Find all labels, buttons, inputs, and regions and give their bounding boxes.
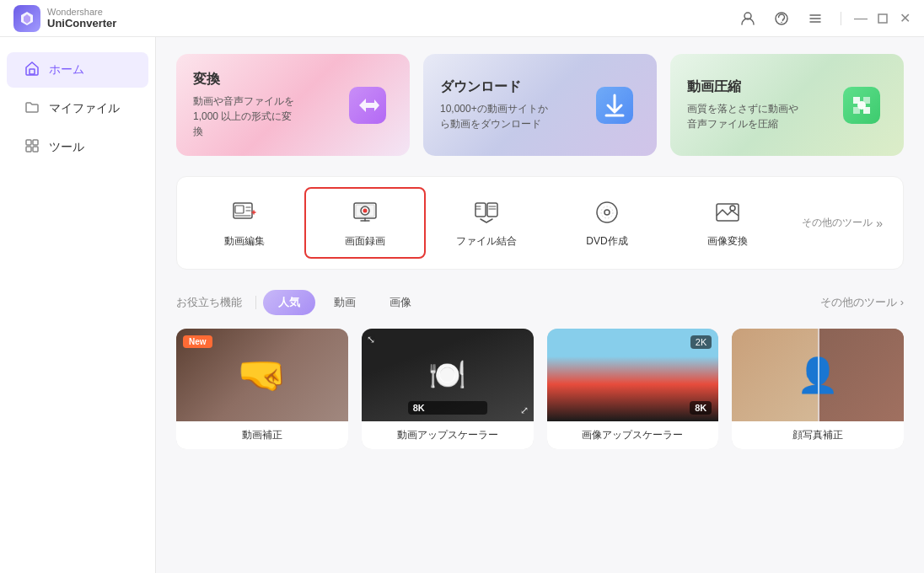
video-edit-icon (229, 197, 260, 228)
thumb-image-upscaler-title: 画像アップスケーラー (547, 421, 719, 449)
svg-rect-13 (33, 147, 38, 152)
main-content: 変換 動画や音声ファイルを1,000 以上の形式に変換 (156, 37, 924, 573)
convert-card[interactable]: 変換 動画や音声ファイルを1,000 以上の形式に変換 (176, 54, 410, 156)
svg-point-36 (597, 202, 617, 222)
thumb-face-enhance-img: 👤 (732, 329, 904, 421)
feature-thumbs: 🤜 New 動画補正 🍽️ ⤡ ⤢ 8K 動画アップスケーラー (176, 329, 904, 449)
tools-icon (24, 138, 40, 157)
expand-tl-icon: ⤡ (367, 334, 375, 345)
convert-card-desc: 動画や音声ファイルを1,000 以上の形式に変換 (193, 94, 294, 139)
convert-card-icon (342, 80, 393, 131)
tool-image-convert-label: 画像変換 (707, 234, 748, 249)
svg-rect-12 (26, 147, 31, 152)
thumb-video-upscaler-badge: 8K (408, 401, 487, 415)
thumb-image-upscaler-badge-8k: 8K (690, 401, 712, 415)
home-icon (24, 61, 40, 79)
tool-video-edit-label: 動画編集 (224, 234, 265, 249)
titlebar: Wondershare UniConverter — (0, 0, 924, 37)
tabs-prefix-label: お役立ち機能 (176, 295, 242, 310)
thumb-face-enhance-title: 顔写真補正 (732, 421, 904, 449)
download-card-icon (589, 80, 640, 131)
support-button[interactable] (770, 7, 793, 30)
tool-file-merge-label: ファイル結合 (456, 234, 517, 249)
svg-rect-20 (235, 206, 244, 213)
thumb-video-repair-title: 動画補正 (176, 421, 348, 449)
titlebar-controls: — ✕ (736, 7, 911, 30)
tool-dvd-create-label: DVD作成 (586, 234, 627, 249)
download-card-title: ダウンロード (440, 78, 548, 96)
more-tools-link[interactable]: その他のツール › (820, 295, 904, 310)
tool-video-edit[interactable]: 動画編集 (184, 187, 304, 259)
sidebar-item-myfiles[interactable]: マイファイル (7, 91, 148, 126)
tab-video[interactable]: 動画 (319, 290, 371, 315)
svg-point-40 (730, 206, 735, 211)
svg-rect-10 (26, 140, 31, 145)
tool-file-merge[interactable]: ファイル結合 (426, 187, 546, 259)
svg-rect-8 (878, 14, 887, 23)
svg-rect-11 (33, 140, 38, 145)
sidebar-item-home[interactable]: ホーム (7, 52, 148, 88)
app-logo: Wondershare UniConverter (13, 5, 116, 32)
maximize-button[interactable] (877, 13, 889, 24)
svg-point-37 (604, 210, 610, 215)
convert-card-text: 変換 動画や音声ファイルを1,000 以上の形式に変換 (193, 71, 294, 139)
expand-br-icon: ⤢ (520, 404, 529, 416)
convert-card-title: 変換 (193, 71, 294, 88)
main-layout: ホーム マイファイル ツール (0, 37, 924, 573)
svg-point-27 (363, 209, 368, 213)
tab-image[interactable]: 画像 (374, 290, 427, 315)
download-card[interactable]: ダウンロード 10,000+の動画サイトから動画をダウンロード (423, 54, 657, 156)
svg-point-38 (601, 206, 613, 218)
svg-point-4 (781, 21, 782, 23)
folder-icon (24, 99, 40, 118)
thumb-video-upscaler-img: 🍽️ ⤡ ⤢ 8K (362, 329, 534, 421)
more-tools-label: その他のツール (802, 216, 873, 230)
thumb-video-upscaler-title: 動画アップスケーラー (362, 421, 534, 449)
thumb-video-upscaler[interactable]: 🍽️ ⤡ ⤢ 8K 動画アップスケーラー (362, 329, 534, 449)
image-convert-icon (712, 197, 743, 228)
more-tools-chevron: » (876, 217, 883, 230)
divider (841, 12, 841, 25)
thumb-video-repair-badge: New (183, 335, 212, 348)
face-divider (818, 329, 819, 421)
download-card-desc: 10,000+の動画サイトから動画をダウンロード (440, 101, 548, 131)
compress-card-icon (836, 80, 887, 131)
compress-card-desc: 画質を落とさずに動画や音声ファイルを圧縮 (687, 101, 798, 131)
sidebar-item-myfiles-label: マイファイル (49, 101, 120, 116)
file-merge-icon (471, 197, 502, 228)
sidebar-item-tools-label: ツール (49, 140, 84, 155)
feature-tabs: お役立ち機能 人気 動画 画像 その他のツール › (176, 290, 904, 315)
sidebar-item-tools[interactable]: ツール (7, 130, 148, 165)
compress-card[interactable]: 動画圧縮 画質を落とさずに動画や音声ファイルを圧縮 (670, 54, 904, 156)
feature-cards: 変換 動画や音声ファイルを1,000 以上の形式に変換 (176, 54, 904, 156)
more-tools-button[interactable]: その他のツール » (788, 207, 896, 238)
close-button[interactable]: ✕ (899, 13, 911, 24)
svg-rect-30 (475, 203, 486, 217)
screen-record-icon (350, 197, 380, 228)
tab-popular[interactable]: 人気 (263, 290, 315, 315)
compress-card-text: 動画圧縮 画質を落とさずに動画や音声ファイルを圧縮 (687, 78, 798, 131)
tab-divider (255, 296, 256, 309)
svg-point-18 (857, 101, 866, 110)
sidebar: ホーム マイファイル ツール (0, 37, 156, 573)
thumb-image-upscaler-badge-2k: 2K (690, 335, 712, 349)
logo-icon (13, 5, 40, 32)
compress-card-title: 動画圧縮 (687, 78, 798, 96)
thumb-video-repair[interactable]: 🤜 New 動画補正 (176, 329, 348, 449)
svg-rect-31 (487, 203, 497, 217)
user-button[interactable] (736, 7, 760, 30)
tool-dvd-create[interactable]: DVD作成 (546, 187, 667, 259)
tool-image-convert[interactable]: 画像変換 (668, 187, 788, 259)
thumb-face-enhance[interactable]: 👤 顔写真補正 (732, 329, 904, 449)
tools-row: 動画編集 画面録画 (176, 176, 904, 270)
dvd-create-icon (592, 197, 622, 228)
tool-screen-record-label: 画面録画 (345, 234, 385, 249)
thumb-image-upscaler-img: 8K 2K (547, 329, 719, 421)
thumb-image-upscaler[interactable]: 8K 2K 画像アップスケーラー (547, 329, 719, 449)
download-card-text: ダウンロード 10,000+の動画サイトから動画をダウンロード (440, 78, 548, 131)
menu-button[interactable] (803, 7, 827, 30)
minimize-button[interactable]: — (855, 13, 867, 24)
thumb-video-repair-img: 🤜 New (176, 329, 348, 421)
tool-screen-record[interactable]: 画面録画 (304, 187, 425, 259)
logo-text: Wondershare UniConverter (47, 7, 116, 29)
